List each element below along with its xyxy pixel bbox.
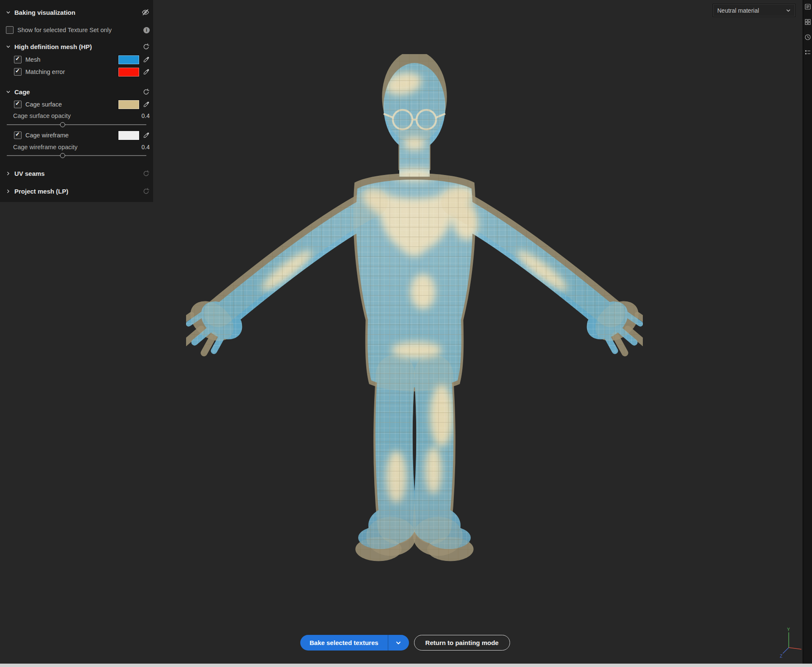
panel-header[interactable]: Baking visualization [0,6,153,19]
eyedropper-icon[interactable] [143,101,150,108]
cage-surface-row: Cage surface [0,98,153,111]
dock-texture-sets-icon[interactable] [804,3,811,10]
slider-handle[interactable] [60,153,65,158]
character-model [186,54,643,561]
app-window: Neutral material Bake selected textures … [0,0,812,667]
show-for-selected-checkbox[interactable] [6,26,14,34]
chevron-right-icon[interactable] [6,189,11,194]
cage-surface-color-swatch[interactable] [118,100,139,109]
axis-label-y: Y [787,627,790,632]
section-header-high-definition-mesh[interactable]: High definition mesh (HP) [0,40,153,53]
section-title-project-mesh: Project mesh (LP) [14,188,69,195]
chevron-down-icon[interactable] [6,44,11,49]
chevron-down-icon[interactable] [6,10,11,15]
cage-surface-opacity-value: 0.4 [142,112,150,119]
matching-error-checkbox[interactable] [14,68,22,76]
return-to-painting-mode-button[interactable]: Return to painting mode [414,635,510,651]
cage-wireframe-opacity-value: 0.4 [142,144,150,150]
axis-gizmo: Y X Z [779,627,803,659]
cage-wireframe-checkbox[interactable] [14,131,22,139]
chevron-down-icon [786,8,791,13]
bottom-strip [0,664,812,667]
section-title-uv-seams: UV seams [14,170,45,177]
slider-track[interactable] [7,155,146,156]
cage-surface-checkbox[interactable] [14,101,22,108]
mesh-checkbox[interactable] [14,56,22,63]
cage-surface-label: Cage surface [25,101,62,108]
cage-surface-opacity-row: Cage surface opacity 0.4 [0,111,153,121]
info-icon[interactable] [143,27,150,33]
reset-icon[interactable] [143,170,150,177]
bake-options-dropdown-button[interactable] [388,635,409,651]
matching-error-label: Matching error [25,68,65,75]
chevron-down-icon[interactable] [6,90,11,94]
bake-selected-textures-button[interactable]: Bake selected textures [300,635,388,651]
bake-button-label: Bake selected textures [310,639,379,646]
show-for-selected-row: Show for selected Texture Set only [0,24,153,36]
cage-wireframe-overlay [186,54,643,561]
footer: Bake selected textures Return to paintin… [300,635,510,651]
cage-surface-opacity-label: Cage surface opacity [13,112,71,119]
section-title-cage: Cage [14,88,30,96]
section-title-hp: High definition mesh (HP) [14,43,92,50]
dock-layers-icon[interactable] [804,49,811,56]
dock-shelf-icon[interactable] [804,19,811,25]
eyedropper-icon[interactable] [143,68,150,75]
cage-wireframe-opacity-label: Cage wireframe opacity [13,144,77,150]
matching-error-color-swatch[interactable] [118,68,139,77]
section-header-cage[interactable]: Cage [0,85,153,98]
dock-history-icon[interactable] [804,34,811,41]
cage-surface-opacity-slider[interactable] [7,122,146,128]
return-button-label: Return to painting mode [425,639,499,646]
show-for-selected-label: Show for selected Texture Set only [17,27,112,33]
mesh-color-swatch[interactable] [118,55,139,64]
axis-label-z: Z [780,654,782,659]
cage-wireframe-label: Cage wireframe [25,132,69,139]
section-header-project-mesh[interactable]: Project mesh (LP) [0,185,153,197]
visibility-off-icon[interactable] [141,8,150,16]
matching-error-row: Matching error [0,66,153,78]
panel-title: Baking visualization [14,9,75,16]
slider-track[interactable] [7,124,146,125]
cage-wireframe-opacity-row: Cage wireframe opacity 0.4 [0,142,153,152]
reset-icon[interactable] [143,188,150,195]
eyedropper-icon[interactable] [143,132,150,139]
material-mode-dropdown[interactable]: Neutral material [713,4,795,16]
mesh-row: Mesh [0,53,153,66]
eyedropper-icon[interactable] [143,56,150,63]
cage-wireframe-color-swatch[interactable] [118,131,139,140]
mesh-label: Mesh [25,56,40,63]
chevron-right-icon[interactable] [6,171,11,176]
slider-handle[interactable] [60,122,65,127]
chevron-down-icon [395,640,401,646]
reset-icon[interactable] [143,88,150,96]
material-mode-value: Neutral material [717,7,759,14]
baking-visualization-panel: Baking visualization Show for selected T… [0,0,153,202]
right-dock-rail [803,0,812,664]
reset-icon[interactable] [143,43,150,50]
cage-wireframe-opacity-slider[interactable] [7,153,146,159]
section-header-uv-seams[interactable]: UV seams [0,167,153,180]
cage-wireframe-row: Cage wireframe [0,129,153,142]
